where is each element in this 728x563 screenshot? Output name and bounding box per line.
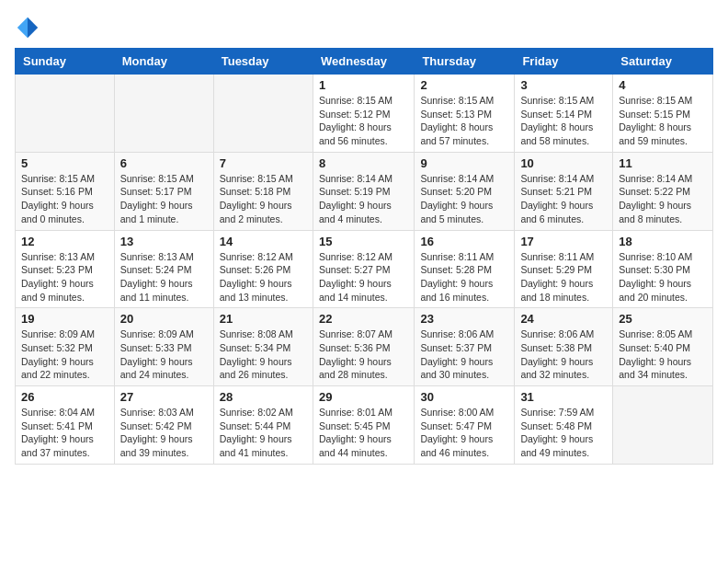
day-info: Sunrise: 8:01 AM Sunset: 5:45 PM Dayligh…: [319, 406, 408, 460]
day-info: Sunrise: 8:09 AM Sunset: 5:32 PM Dayligh…: [21, 327, 108, 382]
calendar-cell: 14Sunrise: 8:12 AM Sunset: 5:26 PM Dayli…: [213, 230, 313, 308]
calendar-cell: 3Sunrise: 8:15 AM Sunset: 5:14 PM Daylig…: [515, 75, 613, 153]
day-info: Sunrise: 8:08 AM Sunset: 5:34 PM Dayligh…: [220, 327, 307, 382]
day-number: 26: [21, 390, 108, 404]
calendar-cell: 27Sunrise: 8:03 AM Sunset: 5:42 PM Dayli…: [114, 386, 213, 465]
calendar-week-row: 12Sunrise: 8:13 AM Sunset: 5:23 PM Dayli…: [16, 230, 713, 308]
calendar-cell: 25Sunrise: 8:05 AM Sunset: 5:40 PM Dayli…: [613, 308, 713, 386]
day-number: 21: [220, 312, 307, 326]
calendar-cell: 13Sunrise: 8:13 AM Sunset: 5:24 PM Dayli…: [114, 230, 213, 308]
day-info: Sunrise: 8:05 AM Sunset: 5:40 PM Dayligh…: [619, 327, 707, 382]
calendar-cell: 20Sunrise: 8:09 AM Sunset: 5:33 PM Dayli…: [114, 308, 213, 386]
calendar-cell: 11Sunrise: 8:14 AM Sunset: 5:22 PM Dayli…: [613, 152, 713, 230]
day-number: 1: [319, 78, 408, 92]
day-info: Sunrise: 8:00 AM Sunset: 5:47 PM Dayligh…: [420, 406, 508, 460]
day-info: Sunrise: 8:14 AM Sunset: 5:19 PM Dayligh…: [319, 172, 408, 226]
day-info: Sunrise: 8:11 AM Sunset: 5:28 PM Dayligh…: [420, 250, 508, 304]
day-number: 23: [420, 312, 508, 326]
day-number: 25: [619, 312, 707, 326]
day-info: Sunrise: 8:10 AM Sunset: 5:30 PM Dayligh…: [619, 250, 707, 304]
day-number: 18: [619, 235, 707, 248]
day-info: Sunrise: 8:12 AM Sunset: 5:26 PM Dayligh…: [220, 250, 307, 304]
day-number: 13: [120, 235, 208, 248]
logo-icon: [15, 15, 40, 40]
calendar-cell: 26Sunrise: 8:04 AM Sunset: 5:41 PM Dayli…: [16, 386, 115, 465]
day-info: Sunrise: 7:59 AM Sunset: 5:48 PM Dayligh…: [520, 406, 607, 460]
calendar-cell: 29Sunrise: 8:01 AM Sunset: 5:45 PM Dayli…: [313, 386, 414, 465]
day-number: 17: [520, 235, 607, 248]
calendar-cell: 16Sunrise: 8:11 AM Sunset: 5:28 PM Dayli…: [415, 230, 515, 308]
day-info: Sunrise: 8:14 AM Sunset: 5:20 PM Dayligh…: [420, 172, 508, 226]
day-info: Sunrise: 8:15 AM Sunset: 5:15 PM Dayligh…: [619, 94, 707, 148]
calendar-cell: [114, 75, 213, 153]
weekday-header: Sunday: [16, 49, 115, 75]
calendar-cell: 19Sunrise: 8:09 AM Sunset: 5:32 PM Dayli…: [16, 308, 115, 386]
day-number: 29: [319, 390, 408, 404]
day-number: 16: [420, 235, 508, 248]
day-number: 10: [520, 156, 607, 170]
day-info: Sunrise: 8:13 AM Sunset: 5:23 PM Dayligh…: [21, 250, 108, 304]
calendar-cell: 4Sunrise: 8:15 AM Sunset: 5:15 PM Daylig…: [613, 75, 713, 153]
day-info: Sunrise: 8:15 AM Sunset: 5:16 PM Dayligh…: [21, 172, 108, 226]
day-info: Sunrise: 8:04 AM Sunset: 5:41 PM Dayligh…: [21, 406, 108, 460]
day-number: 4: [619, 78, 707, 92]
calendar-week-row: 26Sunrise: 8:04 AM Sunset: 5:41 PM Dayli…: [16, 386, 713, 465]
calendar-cell: 17Sunrise: 8:11 AM Sunset: 5:29 PM Dayli…: [515, 230, 613, 308]
svg-marker-1: [17, 17, 28, 38]
day-info: Sunrise: 8:07 AM Sunset: 5:36 PM Dayligh…: [319, 327, 408, 382]
day-number: 15: [319, 235, 408, 248]
weekday-header: Tuesday: [213, 49, 313, 75]
day-info: Sunrise: 8:15 AM Sunset: 5:18 PM Dayligh…: [220, 172, 307, 226]
calendar-cell: 1Sunrise: 8:15 AM Sunset: 5:12 PM Daylig…: [313, 75, 414, 153]
calendar-cell: 12Sunrise: 8:13 AM Sunset: 5:23 PM Dayli…: [16, 230, 115, 308]
day-info: Sunrise: 8:06 AM Sunset: 5:38 PM Dayligh…: [520, 327, 607, 382]
calendar-cell: 18Sunrise: 8:10 AM Sunset: 5:30 PM Dayli…: [613, 230, 713, 308]
calendar-cell: 24Sunrise: 8:06 AM Sunset: 5:38 PM Dayli…: [515, 308, 613, 386]
calendar-cell: 30Sunrise: 8:00 AM Sunset: 5:47 PM Dayli…: [415, 386, 515, 465]
day-number: 14: [220, 235, 307, 248]
day-number: 8: [319, 156, 408, 170]
calendar: SundayMondayTuesdayWednesdayThursdayFrid…: [15, 48, 713, 465]
day-info: Sunrise: 8:15 AM Sunset: 5:12 PM Dayligh…: [319, 94, 408, 148]
day-number: 6: [120, 156, 208, 170]
page-header: [15, 15, 713, 40]
calendar-cell: [16, 75, 115, 153]
calendar-cell: 31Sunrise: 7:59 AM Sunset: 5:48 PM Dayli…: [515, 386, 613, 465]
calendar-cell: 7Sunrise: 8:15 AM Sunset: 5:18 PM Daylig…: [213, 152, 313, 230]
day-number: 19: [21, 312, 108, 326]
day-info: Sunrise: 8:13 AM Sunset: 5:24 PM Dayligh…: [120, 250, 208, 304]
calendar-cell: 22Sunrise: 8:07 AM Sunset: 5:36 PM Dayli…: [313, 308, 414, 386]
calendar-week-row: 1Sunrise: 8:15 AM Sunset: 5:12 PM Daylig…: [16, 75, 713, 153]
day-info: Sunrise: 8:15 AM Sunset: 5:13 PM Dayligh…: [420, 94, 508, 148]
day-info: Sunrise: 8:06 AM Sunset: 5:37 PM Dayligh…: [420, 327, 508, 382]
calendar-cell: 2Sunrise: 8:15 AM Sunset: 5:13 PM Daylig…: [415, 75, 515, 153]
calendar-week-row: 19Sunrise: 8:09 AM Sunset: 5:32 PM Dayli…: [16, 308, 713, 386]
day-number: 7: [220, 156, 307, 170]
weekday-header: Wednesday: [313, 49, 414, 75]
weekday-header: Thursday: [415, 49, 515, 75]
calendar-cell: 5Sunrise: 8:15 AM Sunset: 5:16 PM Daylig…: [16, 152, 115, 230]
day-info: Sunrise: 8:12 AM Sunset: 5:27 PM Dayligh…: [319, 250, 408, 304]
day-info: Sunrise: 8:14 AM Sunset: 5:21 PM Dayligh…: [520, 172, 607, 226]
day-number: 20: [120, 312, 208, 326]
calendar-cell: [213, 75, 313, 153]
day-info: Sunrise: 8:03 AM Sunset: 5:42 PM Dayligh…: [120, 406, 208, 460]
calendar-cell: 6Sunrise: 8:15 AM Sunset: 5:17 PM Daylig…: [114, 152, 213, 230]
day-info: Sunrise: 8:11 AM Sunset: 5:29 PM Dayligh…: [520, 250, 607, 304]
day-info: Sunrise: 8:15 AM Sunset: 5:17 PM Dayligh…: [120, 172, 208, 226]
weekday-header: Friday: [515, 49, 613, 75]
weekday-header: Saturday: [613, 49, 713, 75]
calendar-cell: 10Sunrise: 8:14 AM Sunset: 5:21 PM Dayli…: [515, 152, 613, 230]
calendar-cell: 28Sunrise: 8:02 AM Sunset: 5:44 PM Dayli…: [213, 386, 313, 465]
calendar-week-row: 5Sunrise: 8:15 AM Sunset: 5:16 PM Daylig…: [16, 152, 713, 230]
calendar-cell: 15Sunrise: 8:12 AM Sunset: 5:27 PM Dayli…: [313, 230, 414, 308]
day-number: 31: [520, 390, 607, 404]
logo: [15, 15, 44, 40]
day-number: 22: [319, 312, 408, 326]
day-info: Sunrise: 8:15 AM Sunset: 5:14 PM Dayligh…: [520, 94, 607, 148]
weekday-header-row: SundayMondayTuesdayWednesdayThursdayFrid…: [16, 49, 713, 75]
day-number: 3: [520, 78, 607, 92]
day-number: 9: [420, 156, 508, 170]
day-info: Sunrise: 8:14 AM Sunset: 5:22 PM Dayligh…: [619, 172, 707, 226]
day-info: Sunrise: 8:02 AM Sunset: 5:44 PM Dayligh…: [220, 406, 307, 460]
